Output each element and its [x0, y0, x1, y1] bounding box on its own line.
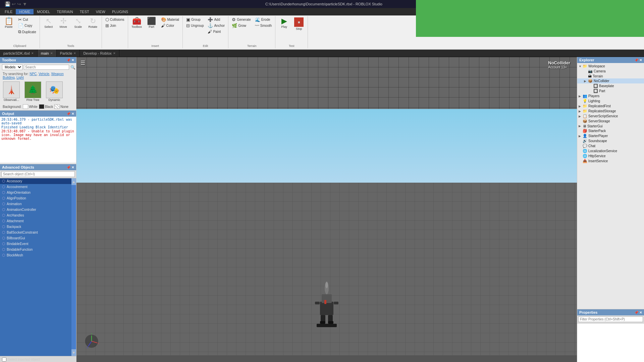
move-button[interactable]: ✢ Move: [57, 17, 70, 29]
bg-none-option[interactable]: None: [54, 104, 68, 109]
tree-insertservice[interactable]: 📥InsertService: [577, 159, 644, 164]
menu-file[interactable]: FILE: [1, 9, 16, 14]
tree-serverstorage[interactable]: 📦ServerStorage: [577, 119, 644, 124]
viewport[interactable]: NoCollider Account 13+ ☰ Z Y X: [76, 57, 577, 362]
tab-develop[interactable]: Develop - Roblox ✕: [80, 50, 119, 57]
bg-white-option[interactable]: White: [23, 104, 38, 109]
toolbox-search-input[interactable]: [24, 65, 69, 70]
properties-close-icon[interactable]: ✕: [639, 311, 642, 314]
toolbox-search-icon[interactable]: 🔍: [70, 65, 75, 70]
explorer-close-icon[interactable]: ✕: [639, 58, 642, 62]
properties-header-buttons[interactable]: 📌 ✕: [634, 311, 642, 314]
color-button[interactable]: 🖌 Color: [160, 23, 181, 28]
close-tab-particleSDK[interactable]: ✕: [31, 52, 34, 55]
suggest-vehicle[interactable]: Vehicle: [39, 72, 49, 76]
paste-button[interactable]: 📋 Paste: [2, 17, 15, 29]
join-button[interactable]: ⊞ Join: [104, 23, 126, 28]
adv-list-scroll-down[interactable]: ▼: [71, 349, 76, 356]
select-inserted-checkbox[interactable]: [2, 357, 6, 362]
adv-list-scroll-up[interactable]: ▲: [71, 178, 76, 185]
tree-starterplayer[interactable]: ▶👤StarterPlayer: [577, 133, 644, 138]
adv-item-bindablefunction[interactable]: ⬡ BindableFunction: [0, 247, 76, 252]
tree-starterpack[interactable]: 🎒StarterPack: [577, 128, 644, 133]
adv-item-alignposition[interactable]: ⬡ AlignPosition: [0, 195, 76, 201]
duplicate-button[interactable]: ⧉ Duplicate: [17, 29, 38, 35]
tree-lighting[interactable]: 💡Lighting: [577, 99, 644, 104]
menu-plugins[interactable]: PLUGINS: [109, 9, 131, 14]
save-icon[interactable]: 💾: [5, 1, 10, 7]
close-tab-particle[interactable]: ✕: [73, 52, 76, 55]
collisions-button[interactable]: ⬡ Collisions: [104, 17, 126, 22]
toolbox-pin-icon[interactable]: 📌: [66, 58, 70, 62]
adv-item-billboardgui[interactable]: ⬡ BillboardGui: [0, 235, 76, 241]
toolbox-header-buttons[interactable]: 📌 ✕: [66, 58, 74, 62]
adv-item-accoutrement[interactable]: ⬡ Accoutrement: [0, 184, 76, 190]
anchor-button[interactable]: ⚓ Anchor: [206, 23, 226, 28]
adv-objects-close-icon[interactable]: ✕: [71, 166, 74, 169]
group-button[interactable]: ▣ Group: [185, 17, 205, 22]
adv-item-animationcontroller[interactable]: ⬡ AnimationController: [0, 207, 76, 213]
select-button[interactable]: ↖ Select: [42, 17, 55, 29]
menu-view[interactable]: VIEW: [93, 9, 109, 14]
rotate-button[interactable]: ↻ Rotate: [86, 17, 100, 29]
tab-main[interactable]: main ✕: [38, 50, 57, 57]
tree-chat[interactable]: 💬Chat: [577, 143, 644, 148]
tree-nocollider[interactable]: ▶📦NoCollider: [577, 78, 644, 83]
tree-baseplate[interactable]: 🔲Baseplate: [577, 83, 644, 88]
scale-button[interactable]: ⤡ Scale: [71, 17, 85, 29]
close-tab-develop[interactable]: ✕: [113, 52, 116, 55]
grow-button[interactable]: 🌿 Grow: [230, 23, 252, 28]
menu-home[interactable]: HOME: [16, 9, 34, 14]
adv-objects-header-buttons[interactable]: 📌 ✕: [66, 166, 74, 169]
tab-particle[interactable]: Particle ✕: [57, 50, 80, 57]
menu-terrain[interactable]: TERRAIN: [53, 9, 76, 14]
close-tab-main[interactable]: ✕: [50, 52, 53, 55]
explorer-header-buttons[interactable]: 📌 ✕: [634, 58, 642, 62]
tree-serverscriptservice[interactable]: ▶📋ServerScriptService: [577, 114, 644, 119]
tab-particleSDK[interactable]: particleSDK.rbxl ✕: [0, 50, 38, 57]
adv-item-attachment[interactable]: ⬡ Attachment: [0, 218, 76, 224]
toolbox-item-observati[interactable]: 🗼 Observati...: [1, 81, 21, 102]
copy-button[interactable]: 📄 Copy: [17, 23, 38, 28]
part-button[interactable]: ⬛ Part: [145, 17, 158, 29]
suggest-npc[interactable]: NPC: [30, 72, 37, 76]
play-button[interactable]: ▶ Play: [277, 17, 291, 29]
paint-button[interactable]: 🖌 Paint: [206, 29, 226, 35]
tree-replicatedfirst[interactable]: ▶📁ReplicatedFirst: [577, 104, 644, 109]
tree-camera[interactable]: 📷Camera: [577, 69, 644, 74]
output-pin-icon[interactable]: 📌: [66, 112, 70, 116]
adv-item-backpack[interactable]: ⬡ Backpack: [0, 224, 76, 230]
suggest-building[interactable]: Building: [3, 76, 15, 79]
tree-part[interactable]: 🔲Part: [577, 88, 644, 94]
adv-objects-search-input[interactable]: [1, 171, 75, 177]
ungroup-button[interactable]: ⊟ Ungroup: [185, 23, 205, 28]
adv-item-blockmesh[interactable]: ⬡ BlockMesh: [0, 252, 76, 258]
adv-item-ballsocketconstraint[interactable]: ⬡ BallSocketConstraint: [0, 230, 76, 235]
tree-workspace[interactable]: ▼📁Workspace: [577, 64, 644, 69]
smooth-button[interactable]: 〰 Smooth: [254, 23, 273, 28]
scene-hamburger-menu[interactable]: ☰: [80, 60, 85, 66]
tree-localizationservice[interactable]: 🌐LocalizationService: [577, 148, 644, 154]
tree-soundscape[interactable]: 🔊Soundscape: [577, 138, 644, 143]
toolbox-model-select[interactable]: Models: [2, 64, 22, 70]
adv-item-accessory[interactable]: ⬡ Accessory: [0, 178, 76, 184]
adv-item-bindableevent[interactable]: ⬡ BindableEvent: [0, 241, 76, 247]
explorer-pin-icon[interactable]: 📌: [634, 58, 638, 62]
tree-httpservice[interactable]: 🌐HttpService: [577, 154, 644, 159]
erode-button[interactable]: 🌊 Erode: [254, 17, 273, 22]
output-header-buttons[interactable]: 📌 ✕: [66, 112, 74, 116]
adv-item-archandles[interactable]: ⬡ ArcHandles: [0, 213, 76, 218]
toolbox-close-icon[interactable]: ✕: [71, 58, 74, 62]
suggest-light[interactable]: Light: [16, 76, 24, 79]
add-button[interactable]: ➕ Add: [206, 17, 226, 22]
undo-icon[interactable]: ↩: [12, 1, 16, 7]
menu-model[interactable]: MODEL: [34, 9, 53, 14]
cut-button[interactable]: ✂ Cut: [17, 17, 38, 22]
adv-item-alignorientation[interactable]: ⬡ AlignOrientation: [0, 190, 76, 195]
quick-access-toolbar[interactable]: 💾 ↩ ↪ ▼: [3, 1, 29, 7]
tree-terrain[interactable]: 🏔Terrain: [577, 74, 644, 78]
toolbox-item-pine-tree[interactable]: 🌲 Pine Tree: [23, 81, 43, 102]
output-close-icon[interactable]: ✕: [71, 112, 74, 116]
tree-players[interactable]: ▶👥Players: [577, 94, 644, 99]
adv-objects-pin-icon[interactable]: 📌: [66, 166, 70, 169]
